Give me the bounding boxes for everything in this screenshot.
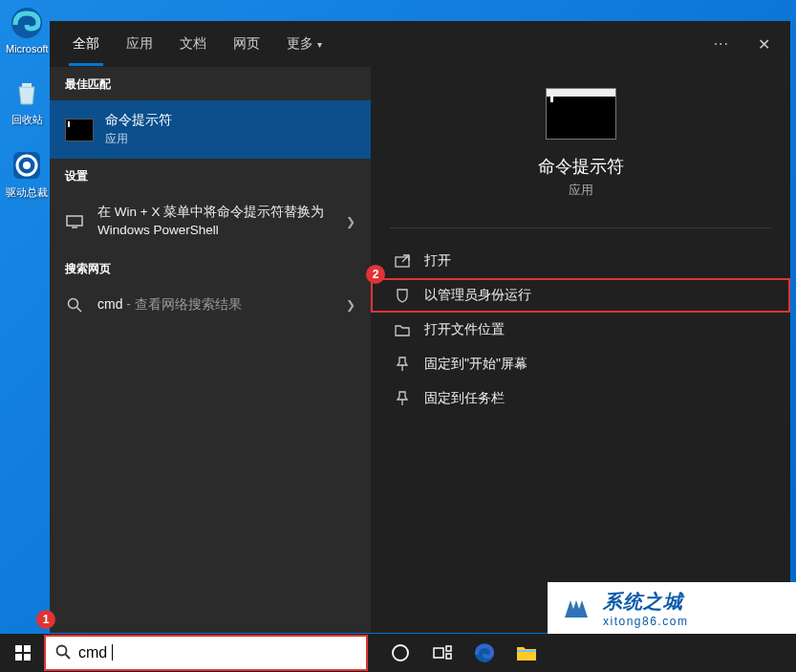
search-text: cmd bbox=[78, 644, 356, 661]
svg-rect-1 bbox=[22, 83, 32, 87]
monitor-icon bbox=[65, 215, 84, 228]
tab-more[interactable]: 更多▾ bbox=[273, 23, 335, 65]
edge-icon bbox=[10, 6, 44, 40]
pin-icon bbox=[394, 357, 411, 372]
watermark: 系统之城 xitong86.com bbox=[548, 582, 796, 634]
driver-icon bbox=[10, 148, 44, 183]
divider bbox=[390, 228, 771, 228]
taskbar-explorer[interactable] bbox=[506, 634, 548, 672]
desktop-icon-label: 驱动总裁 bbox=[6, 185, 48, 200]
svg-point-7 bbox=[69, 298, 78, 308]
svg-line-10 bbox=[402, 255, 409, 262]
svg-rect-15 bbox=[446, 646, 451, 651]
tab-all[interactable]: 全部 bbox=[59, 23, 113, 65]
search-icon bbox=[65, 297, 84, 313]
action-run-as-admin[interactable]: 以管理员身份运行 bbox=[371, 278, 790, 313]
admin-icon bbox=[394, 288, 411, 303]
svg-line-8 bbox=[77, 307, 82, 312]
desktop-icon-edge[interactable]: Microsoft Edge bbox=[6, 6, 48, 54]
chevron-right-icon: ❯ bbox=[346, 298, 355, 312]
svg-line-12 bbox=[66, 654, 71, 659]
best-match-sub: 应用 bbox=[105, 131, 172, 147]
preview-top: 命令提示符 应用 bbox=[371, 88, 790, 216]
watermark-title: 系统之城 bbox=[603, 589, 688, 615]
preview-title: 命令提示符 bbox=[538, 155, 624, 178]
taskbar-edge[interactable] bbox=[463, 634, 506, 672]
web-header: 搜索网页 bbox=[50, 251, 371, 285]
desktop-icon-label: Microsoft Edge bbox=[6, 43, 48, 54]
action-label: 固定到"开始"屏幕 bbox=[424, 356, 527, 373]
tab-web[interactable]: 网页 bbox=[220, 23, 273, 65]
search-panel: 全部 应用 文档 网页 更多▾ ··· ✕ 最佳匹配 命令提示符 应用 设置 bbox=[50, 21, 790, 633]
header-right: ··· ✕ bbox=[706, 25, 783, 63]
cmd-icon bbox=[65, 119, 94, 141]
watermark-url: xitong86.com bbox=[603, 615, 688, 628]
svg-rect-5 bbox=[67, 216, 82, 226]
best-match-title: 命令提示符 bbox=[105, 112, 172, 129]
panel-body: 最佳匹配 命令提示符 应用 设置 在 Win + X 菜单中将命令提示符替换为 … bbox=[50, 67, 790, 633]
close-button[interactable]: ✕ bbox=[744, 25, 783, 63]
settings-header: 设置 bbox=[50, 159, 371, 192]
action-open[interactable]: 打开 bbox=[371, 244, 790, 278]
task-icons bbox=[379, 634, 548, 672]
chevron-right-icon: ❯ bbox=[346, 215, 355, 228]
tab-apps[interactable]: 应用 bbox=[113, 23, 166, 65]
pin-icon bbox=[394, 391, 411, 406]
recycle-icon bbox=[10, 76, 44, 110]
cmd-icon-large bbox=[546, 88, 616, 140]
action-label: 打开 bbox=[424, 252, 451, 270]
action-label: 固定到任务栏 bbox=[424, 390, 505, 407]
svg-rect-14 bbox=[434, 648, 443, 658]
results-column: 最佳匹配 命令提示符 应用 设置 在 Win + X 菜单中将命令提示符替换为 … bbox=[50, 67, 371, 633]
more-options-button[interactable]: ··· bbox=[706, 28, 737, 60]
desktop-icon-label: 回收站 bbox=[6, 113, 48, 127]
chevron-down-icon: ▾ bbox=[317, 39, 322, 50]
web-search-item[interactable]: cmd - 查看网络搜索结果 ❯ bbox=[50, 285, 371, 325]
svg-point-11 bbox=[57, 645, 67, 655]
best-match-header: 最佳匹配 bbox=[50, 67, 371, 100]
panel-header: 全部 应用 文档 网页 更多▾ ··· ✕ bbox=[50, 21, 790, 67]
open-icon bbox=[394, 254, 411, 268]
action-pin-taskbar[interactable]: 固定到任务栏 bbox=[371, 381, 790, 416]
taskbar-search-input[interactable]: cmd bbox=[46, 637, 366, 669]
action-pin-start[interactable]: 固定到"开始"屏幕 bbox=[371, 347, 790, 381]
svg-point-4 bbox=[23, 162, 31, 169]
setting-item[interactable]: 在 Win + X 菜单中将命令提示符替换为 Windows PowerShel… bbox=[50, 192, 371, 251]
tabs: 全部 应用 文档 网页 更多▾ bbox=[59, 23, 335, 65]
tab-docs[interactable]: 文档 bbox=[166, 23, 220, 65]
action-label: 以管理员身份运行 bbox=[424, 287, 531, 304]
action-label: 打开文件位置 bbox=[424, 321, 505, 338]
cortana-button[interactable] bbox=[379, 634, 421, 672]
action-open-location[interactable]: 打开文件位置 bbox=[371, 313, 790, 347]
setting-label: 在 Win + X 菜单中将命令提示符替换为 Windows PowerShel… bbox=[97, 204, 333, 240]
start-button[interactable] bbox=[0, 634, 46, 672]
annotation-badge-2: 2 bbox=[366, 265, 385, 284]
windows-icon bbox=[15, 645, 31, 661]
web-label: cmd - 查看网络搜索结果 bbox=[97, 296, 242, 314]
best-match-item[interactable]: 命令提示符 应用 bbox=[50, 100, 371, 159]
svg-point-13 bbox=[393, 645, 408, 661]
svg-rect-18 bbox=[517, 650, 536, 652]
preview-sub: 应用 bbox=[569, 182, 593, 199]
search-icon bbox=[55, 644, 71, 662]
desktop-icon-driver[interactable]: 驱动总裁 bbox=[6, 148, 48, 200]
annotation-badge-1: 1 bbox=[36, 610, 55, 629]
action-list: 打开 以管理员身份运行 打开文件位置 固定到"开始"屏幕 固定到任务栏 bbox=[371, 240, 790, 420]
folder-icon bbox=[394, 323, 411, 336]
desktop-icon-recycle[interactable]: 回收站 bbox=[6, 76, 48, 127]
svg-rect-16 bbox=[446, 654, 451, 659]
desktop-icons: Microsoft Edge 回收站 驱动总裁 bbox=[6, 6, 48, 221]
taskbar: cmd bbox=[0, 634, 796, 672]
preview-column: 命令提示符 应用 打开 以管理员身份运行 打开文件位置 bbox=[371, 67, 790, 633]
task-view-button[interactable] bbox=[421, 634, 463, 672]
watermark-logo-icon bbox=[557, 589, 595, 627]
